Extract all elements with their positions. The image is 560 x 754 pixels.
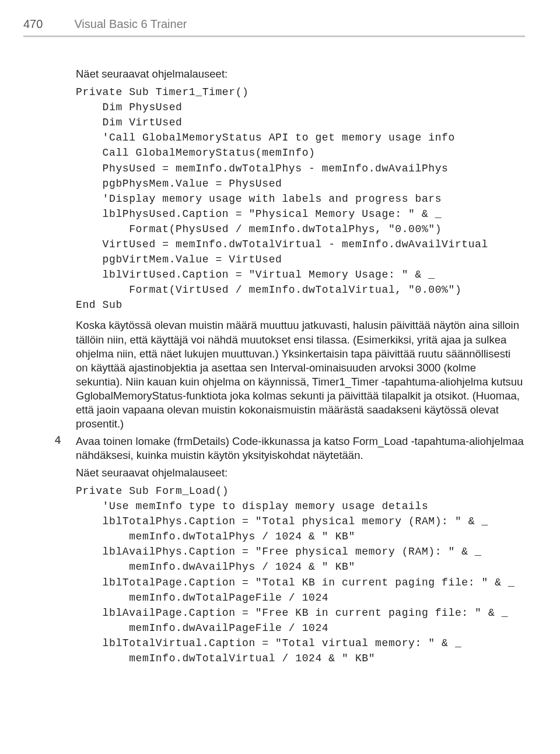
step4-intro: Näet seuraavat ohjelmalauseet: xyxy=(76,466,525,480)
code-block-formload: Private Sub Form_Load() 'Use memInfo typ… xyxy=(76,483,525,666)
section1-intro: Näet seuraavat ohjelmalauseet: xyxy=(76,67,525,81)
step4-instruction: Avaa toinen lomake (frmDetails) Code-ikk… xyxy=(76,434,525,462)
header-title: Visual Basic 6 Trainer xyxy=(74,17,187,31)
step-number: 4 xyxy=(48,434,61,672)
page-content: Näet seuraavat ohjelmalauseet: Private S… xyxy=(76,67,525,672)
section1-paragraph: Koska käytössä olevan muistin määrä muut… xyxy=(76,318,525,430)
step-4: 4 Avaa toinen lomake (frmDetails) Code-i… xyxy=(48,434,525,672)
page-header: 470 Visual Basic 6 Trainer xyxy=(23,17,525,36)
header-rule xyxy=(23,36,525,38)
page-number: 470 xyxy=(23,17,43,31)
code-block-timer: Private Sub Timer1_Timer() Dim PhysUsed … xyxy=(76,85,525,313)
